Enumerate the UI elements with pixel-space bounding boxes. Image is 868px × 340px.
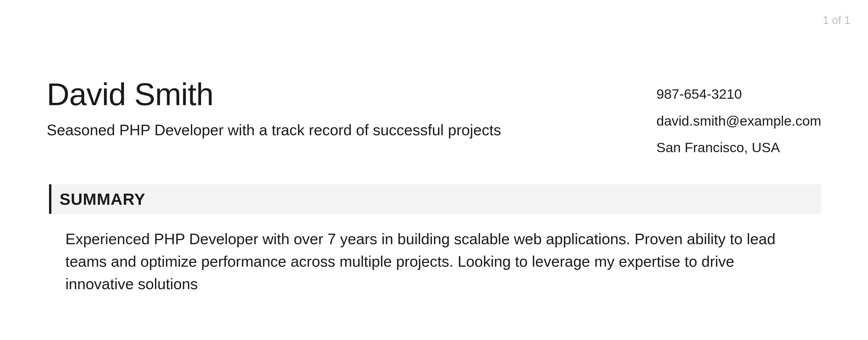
header-right-column: 987-654-3210 david.smith@example.com San… <box>633 76 821 161</box>
header-left-column: David Smith Seasoned PHP Developer with … <box>47 76 633 139</box>
contact-phone: 987-654-3210 <box>656 81 821 108</box>
document-container: David Smith Seasoned PHP Developer with … <box>0 0 868 295</box>
contact-email: david.smith@example.com <box>656 108 821 134</box>
candidate-name: David Smith <box>47 76 633 112</box>
summary-body: Experienced PHP Developer with over 7 ye… <box>47 228 821 295</box>
summary-title: SUMMARY <box>60 190 821 208</box>
page-number: 1 of 1 <box>823 14 850 27</box>
contact-location: San Francisco, USA <box>656 134 821 161</box>
resume-header: David Smith Seasoned PHP Developer with … <box>47 76 821 161</box>
summary-section-header: SUMMARY <box>49 184 821 214</box>
candidate-tagline: Seasoned PHP Developer with a track reco… <box>47 121 633 139</box>
